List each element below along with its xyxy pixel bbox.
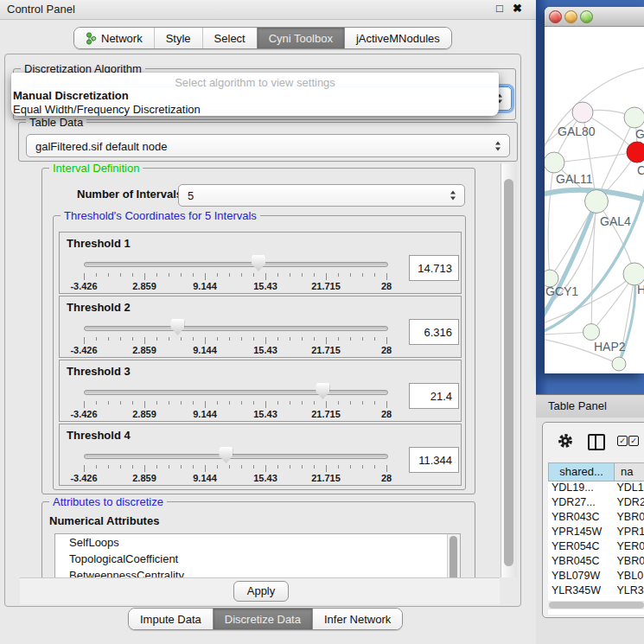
num-intervals-combobox[interactable]: 5 xyxy=(178,184,465,207)
slider-thumb[interactable] xyxy=(252,255,265,271)
node-label: GAL80 xyxy=(558,124,596,138)
column-header-name[interactable]: na xyxy=(615,462,644,481)
threshold-4-label: Threshold 4 xyxy=(67,429,131,442)
threshold-4-value-field[interactable]: 11.344 xyxy=(409,447,459,473)
algorithm-placeholder: Select algorithm to view settings xyxy=(11,76,499,89)
threshold-3-slider[interactable] xyxy=(84,386,386,400)
num-intervals-label: Number of Intervals xyxy=(77,188,182,201)
list-item[interactable]: BetweennessCentrality xyxy=(55,567,460,577)
tab-network[interactable]: Network xyxy=(74,28,154,48)
dropdown-option-equal-width[interactable]: Equal Width/Frequency Discretization xyxy=(13,103,201,116)
node-label: GAL11 xyxy=(556,172,593,186)
threshold-2-label: Threshold 2 xyxy=(67,301,131,314)
slider-thumb[interactable] xyxy=(316,383,329,399)
table-data-combobox[interactable]: galFiltered.sif default node xyxy=(26,134,510,157)
gear-icon[interactable] xyxy=(557,432,574,450)
close-icon[interactable]: ✖ xyxy=(513,2,522,15)
interval-definition-group: Interval Definition Number of Intervals … xyxy=(41,168,475,494)
list-item[interactable]: SelfLoops xyxy=(55,534,460,551)
network-canvas[interactable]: GAL80 GA C GAL11 GAL4 GCY1 H HAP2 xyxy=(545,26,644,373)
tab-cyni-toolbox[interactable]: Cyni Toolbox xyxy=(257,28,344,48)
numerical-attributes-list: SelfLoops TopologicalCoefficient Between… xyxy=(54,533,461,577)
slider-thumb[interactable] xyxy=(170,319,184,335)
attributes-group: Attributes to discretize Numerical Attri… xyxy=(41,501,475,577)
num-intervals-value: 5 xyxy=(188,189,194,202)
minimize-traffic-light[interactable] xyxy=(564,10,577,23)
columns-icon[interactable] xyxy=(588,434,605,450)
tab-impute-data[interactable]: Impute Data xyxy=(129,609,213,629)
settings-scroll-region: Interval Definition Number of Intervals … xyxy=(19,163,500,577)
list-scrollbar[interactable] xyxy=(447,534,460,577)
list-item[interactable]: TopologicalCoefficient xyxy=(55,551,460,567)
slider-track[interactable] xyxy=(84,262,388,267)
close-traffic-light[interactable] xyxy=(549,10,562,23)
slider-track[interactable] xyxy=(84,454,388,459)
network-window-titlebar xyxy=(545,7,644,27)
table-row[interactable]: YBR045CYBR0 xyxy=(548,555,644,570)
float-window-icon[interactable]: □ xyxy=(496,2,503,15)
node-red[interactable] xyxy=(627,142,644,163)
checkbox-icon[interactable]: ✓ xyxy=(628,436,639,446)
apply-button[interactable]: Apply xyxy=(233,581,289,602)
attributes-group-title: Attributes to discretize xyxy=(49,495,167,508)
thresholds-group: Threshold's Coordinates for 5 Intervals … xyxy=(53,215,466,490)
network-view-window: GAL80 GA C GAL11 GAL4 GCY1 H HAP2 xyxy=(545,7,644,373)
dropdown-option-manual[interactable]: Manual Discretization xyxy=(13,89,129,102)
table-row[interactable]: YLR345WYLR3 xyxy=(548,584,644,599)
threshold-1-slider[interactable] xyxy=(84,258,386,272)
node-label: GCY1 xyxy=(545,284,578,298)
threshold-4-panel: Threshold 4 -3.4262.8599.14415.4321.7152… xyxy=(59,424,462,486)
tab-jactivemnodules[interactable]: jActiveMNodules xyxy=(344,28,451,48)
checkbox-icon[interactable]: ✓ xyxy=(617,436,628,446)
table-row[interactable]: YDL19...YDL1 xyxy=(548,481,644,496)
scrollbar-thumb[interactable] xyxy=(504,179,513,566)
threshold-3-label: Threshold 3 xyxy=(67,365,131,378)
table-row[interactable]: YPR145WYPR1 xyxy=(548,526,644,540)
table-row[interactable]: YBR043CYBR0 xyxy=(548,511,644,526)
table-horizontal-scrollbar[interactable] xyxy=(548,601,644,609)
table-row[interactable]: YER054CYER0 xyxy=(548,540,644,555)
slider-thumb[interactable] xyxy=(219,447,233,463)
node-hap2[interactable] xyxy=(583,324,600,341)
threshold-2-slider[interactable] xyxy=(84,322,386,336)
zoom-traffic-light[interactable] xyxy=(580,10,593,23)
threshold-1-value-field[interactable]: 14.713 xyxy=(409,255,459,281)
tab-style[interactable]: Style xyxy=(154,28,202,48)
table-data-group: Table Data galFiltered.sif default node xyxy=(18,122,518,162)
tab-select[interactable]: Select xyxy=(202,28,257,48)
node-gal80[interactable] xyxy=(572,102,593,123)
settings-scrollbar[interactable] xyxy=(501,163,517,577)
threshold-3-value-field[interactable]: 21.4 xyxy=(409,383,459,409)
control-panel-tabbar: Network Style Select Cyni Toolbox jActiv… xyxy=(73,27,452,49)
tab-discretize-data[interactable]: Discretize Data xyxy=(213,609,312,629)
node-label: H xyxy=(637,283,644,296)
threshold-4-slider[interactable] xyxy=(84,450,386,464)
control-panel-titlebar: Control Panel □ ✖ xyxy=(0,0,536,20)
combo-arrows-icon xyxy=(450,191,456,201)
tab-infer-network[interactable]: Infer Network xyxy=(312,609,402,629)
table-data-group-title: Table Data xyxy=(26,116,86,129)
slider-track[interactable] xyxy=(84,326,388,331)
column-header-shared-name[interactable]: shared... xyxy=(548,462,615,481)
combo-arrows-icon xyxy=(495,141,501,150)
node-ga[interactable] xyxy=(624,107,644,128)
threshold-3-panel: Threshold 3 -3.4262.8599.14415.4321.7152… xyxy=(59,360,462,422)
desktop-background: GAL80 GA C GAL11 GAL4 GCY1 H HAP2 xyxy=(536,0,644,394)
node-gal4[interactable] xyxy=(585,190,609,214)
node-label: GAL4 xyxy=(600,214,631,228)
interval-definition-title: Interval Definition xyxy=(49,163,143,175)
table-row[interactable]: YDR27...YDR2 xyxy=(548,496,644,511)
slider-track[interactable] xyxy=(84,390,388,395)
scrollbar-thumb[interactable] xyxy=(549,602,644,609)
table-toolbar: ✓ ✓ xyxy=(543,423,644,461)
table-panel-titlebar: Table Panel xyxy=(536,394,644,418)
table-row[interactable]: YBL079WYBL0 xyxy=(548,570,644,584)
slider-scale: -3.4262.8599.14415.4321.71528 xyxy=(84,337,386,356)
table-data-value: galFiltered.sif default node xyxy=(35,139,167,152)
threshold-2-value-field[interactable]: 6.316 xyxy=(409,319,459,345)
node-partial[interactable] xyxy=(612,357,626,371)
node-gal11[interactable] xyxy=(545,152,564,173)
thresholds-group-title: Threshold's Coordinates for 5 Intervals xyxy=(61,209,260,222)
slider-scale: -3.4262.8599.14415.4321.71528 xyxy=(84,401,386,420)
threshold-1-label: Threshold 1 xyxy=(67,237,131,250)
